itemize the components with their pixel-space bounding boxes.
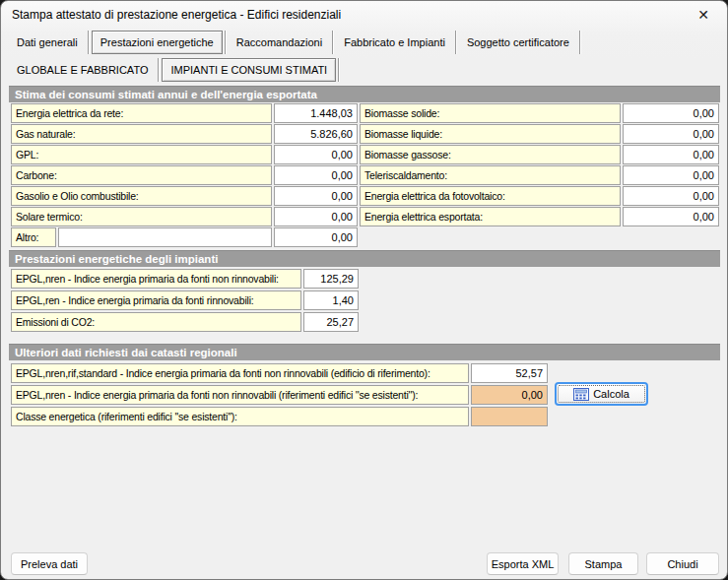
teleriscaldamento-value[interactable]	[623, 165, 719, 185]
sub-tab-bar: GLOBALE E FABBRICATO IMPIANTI E CONSUMI …	[9, 58, 342, 82]
gasolio-olio-combustibile-label: Gasolio e Olio combustibile:	[11, 186, 272, 206]
subtab-impianti-e-consumi-stimati[interactable]: IMPIANTI E CONSUMI STIMATI	[162, 58, 336, 82]
gas-naturale-label: Gas naturale:	[11, 124, 272, 144]
teleriscaldamento-label: Teleriscaldamento:	[360, 165, 621, 185]
tab-soggetto-certificatore[interactable]: Soggetto certificatore	[459, 31, 577, 54]
energia-elettrica-esportata-label: Energia elettrica esportata:	[360, 207, 621, 226]
tab-label: Raccomandazioni	[236, 36, 322, 48]
classe-energetica-label: Classe energetica (riferimenti edifici '…	[11, 407, 469, 426]
tab-label: Prestazioni energetiche	[100, 36, 214, 48]
carbone-label: Carbone:	[11, 165, 272, 185]
gas-naturale-value[interactable]	[274, 124, 358, 144]
section-header-prestazioni: Prestazioni energetiche degli impianti	[9, 250, 720, 267]
tab-separator	[88, 31, 89, 54]
calculator-icon	[573, 388, 589, 401]
calcola-label: Calcola	[593, 388, 629, 400]
biomasse-liquide-label: Biomasse liquide:	[360, 124, 621, 144]
biomasse-gassose-value[interactable]	[623, 145, 719, 164]
calcola-button[interactable]: Calcola	[555, 382, 648, 406]
epgl-nren-riferimenti-label: EPGL,nren - Indice energia primaria da f…	[11, 385, 469, 405]
altro-label: Altro:	[11, 227, 56, 247]
tab-fabbricato-e-impianti[interactable]: Fabbricato e Impianti	[336, 31, 453, 54]
close-icon[interactable]: ✕	[694, 6, 713, 24]
ulteriori-grid: EPGL,nren,rif,standard - Indice energia …	[11, 363, 548, 426]
biomasse-liquide-value[interactable]	[623, 124, 719, 144]
epgl-nren-riferimenti-value[interactable]	[471, 385, 548, 405]
solare-termico-label: Solare termico:	[11, 207, 272, 226]
emissioni-co2-label: Emissioni di CO2:	[11, 312, 301, 332]
gpl-value[interactable]	[274, 145, 358, 164]
solare-termico-value[interactable]	[274, 207, 358, 226]
gasolio-olio-combustibile-value[interactable]	[274, 186, 358, 206]
tab-dati-generali[interactable]: Dati generali	[9, 31, 86, 54]
subtab-globale-e-fabbricato[interactable]: GLOBALE E FABBRICATO	[9, 58, 156, 82]
carbone-value[interactable]	[274, 165, 358, 185]
tab-separator	[579, 31, 580, 54]
dialog-window: Stampa attestato di prestazione energeti…	[0, 0, 728, 580]
energia-elettrica-da-rete-label: Energia elettrica da rete:	[11, 103, 272, 123]
preleva-dati-button[interactable]: Preleva dati	[11, 552, 88, 575]
energia-elettrica-fotovoltaico-label: Energia elettrica da fotovoltaico:	[360, 186, 621, 206]
tab-label: Soggetto certificatore	[467, 36, 569, 48]
epgl-ren-value[interactable]	[303, 290, 359, 310]
tab-label: IMPIANTI E CONSUMI STIMATI	[170, 64, 327, 76]
section-header-ulteriori: Ulteriori dati richiesti dai catasti reg…	[9, 344, 720, 360]
tab-label: GLOBALE E FABBRICATO	[17, 64, 148, 76]
consumi-grid: Energia elettrica da rete: Biomasse soli…	[11, 103, 719, 247]
tab-separator	[225, 31, 226, 54]
tab-label: Fabbricato e Impianti	[344, 36, 445, 48]
tab-separator	[455, 31, 456, 54]
section-header-consumi: Stima dei consumi stimati annui e dell'e…	[9, 86, 720, 102]
prestazioni-grid: EPGL,nren - Indice energia primaria da f…	[11, 269, 359, 332]
titlebar: Stampa attestato di prestazione energeti…	[1, 1, 727, 29]
epgl-ren-label: EPGL,ren - Indice energia primaria da fo…	[11, 290, 301, 310]
tab-raccomandazioni[interactable]: Raccomandazioni	[229, 31, 330, 54]
emissioni-co2-value[interactable]	[303, 312, 359, 332]
altro-value[interactable]	[274, 227, 358, 247]
tab-prestazioni-energetiche[interactable]: Prestazioni energetiche	[92, 31, 223, 54]
tab-separator	[332, 31, 333, 54]
chiudi-button[interactable]: Chiudi	[646, 552, 719, 575]
tab-separator	[158, 58, 159, 82]
tab-label: Dati generali	[17, 36, 78, 48]
energia-elettrica-esportata-value[interactable]	[623, 207, 719, 226]
epgl-nren-rif-standard-value[interactable]	[471, 363, 548, 383]
stampa-button[interactable]: Stampa	[568, 552, 638, 575]
esporta-xml-button[interactable]: Esporta XML	[487, 552, 559, 575]
window-title: Stampa attestato di prestazione energeti…	[12, 8, 341, 22]
biomasse-solide-value[interactable]	[623, 103, 719, 123]
epgl-nren-value[interactable]	[303, 269, 359, 289]
biomasse-solide-label: Biomasse solide:	[360, 103, 621, 123]
epgl-nren-rif-standard-label: EPGL,nren,rif,standard - Indice energia …	[11, 363, 469, 383]
energia-elettrica-fotovoltaico-value[interactable]	[623, 186, 719, 206]
biomasse-gassose-label: Biomasse gassose:	[360, 145, 621, 164]
main-tab-bar: Dati generali Prestazioni energetiche Ra…	[9, 31, 583, 54]
classe-energetica-value[interactable]	[471, 407, 548, 426]
epgl-nren-label: EPGL,nren - Indice energia primaria da f…	[11, 269, 301, 289]
energia-elettrica-da-rete-value[interactable]	[274, 103, 358, 123]
altro-row: Altro:	[11, 227, 272, 247]
gpl-label: GPL:	[11, 145, 272, 164]
tab-separator	[338, 58, 339, 82]
altro-input[interactable]	[58, 227, 272, 247]
